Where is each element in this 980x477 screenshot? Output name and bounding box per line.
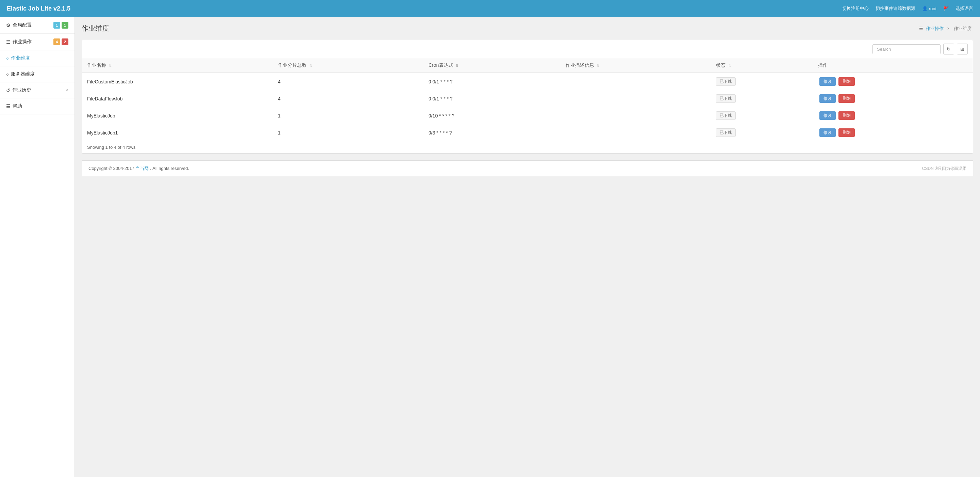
delete-button[interactable]: 删除 [838,94,855,103]
edit-button[interactable]: 修改 [819,111,836,120]
col-cron: Cron表达式 ⇅ [423,58,560,73]
refresh-icon: ↻ [947,46,951,52]
footer-csdn: CSDN ®只因为你而温柔 [922,166,966,172]
col-actions: 操作 [813,58,973,73]
cell-job-name: MyElasticJob1 [82,124,273,141]
circle-icon-2: ○ [6,72,9,77]
search-input[interactable] [872,44,940,54]
sidebar-badges: 4 2 [53,38,68,45]
table-area: ↻ ⊞ 作业名称 ⇅ 作业分片总数 ⇅ [82,40,973,153]
sidebar-item-label: 作业操作 [13,39,32,45]
table-toolbar: ↻ ⊞ [82,40,973,58]
delete-button[interactable]: 删除 [838,111,855,120]
cell-actions: 修改 删除 [813,90,973,107]
table-row: FileDataFlowJob 4 0 0/1 * * * ? 已下线 修改 删… [82,90,973,107]
cell-actions: 修改 删除 [813,73,973,90]
footer-copyright: Copyright © 2004-2017 当当网 . All rights r… [89,166,189,172]
badge-2: 1 [62,22,68,29]
edit-button[interactable]: 修改 [819,94,836,103]
cell-job-name: MyElasticJob [82,107,273,124]
cell-shards: 1 [273,124,423,141]
gear-icon: ⚙ [6,22,11,28]
data-table: 作业名称 ⇅ 作业分片总数 ⇅ Cron表达式 ⇅ 作业描述信息 [82,58,973,141]
table-row: MyElasticJob1 1 0/3 * * * * ? 已下线 修改 删除 [82,124,973,141]
cell-description [560,73,711,90]
status-badge: 已下线 [716,94,736,103]
circle-icon: ○ [6,56,9,61]
sort-icon-3: ⇅ [456,64,458,67]
delete-button[interactable]: 删除 [838,77,855,86]
switch-event-link[interactable]: 切换事件追踪数据源 [875,5,915,11]
cell-actions: 修改 删除 [813,107,973,124]
table-row: FileCustomElasticJob 4 0 0/1 * * * ? 已下线… [82,73,973,90]
sidebar-item-job-history[interactable]: ↺ 作业历史 < [0,82,75,98]
columns-button[interactable]: ⊞ [957,43,968,54]
badge-3: 4 [53,38,60,45]
cell-description [560,107,711,124]
sidebar-badges: 1 1 [53,22,68,29]
cell-actions: 修改 删除 [813,124,973,141]
cell-job-name: FileCustomElasticJob [82,73,273,90]
cell-shards: 4 [273,73,423,90]
language-link[interactable]: 选择语言 [956,5,973,11]
refresh-button[interactable]: ↻ [943,43,954,54]
col-job-name: 作业名称 ⇅ [82,58,273,73]
sort-icon-5: ⇅ [728,64,731,67]
footer-link[interactable]: 当当网 [135,166,149,171]
cell-cron: 0/3 * * * * ? [423,124,560,141]
cell-status: 已下线 [711,90,813,107]
layout: ⚙ 全局配置 1 1 ☰ 作业操作 4 2 ○ 作业维度 ○ 服务器维度 ↺ 作… [0,17,980,477]
sidebar-item-label: 帮助 [13,103,22,109]
cell-status: 已下线 [711,124,813,141]
cell-shards: 1 [273,107,423,124]
table-row-count: Showing 1 to 4 of 4 rows [87,145,135,150]
sort-icon-2: ⇅ [309,64,312,67]
sidebar-item-global-config[interactable]: ⚙ 全局配置 1 1 [0,17,75,34]
switch-registry-link[interactable]: 切换注册中心 [842,5,869,11]
cell-description [560,124,711,141]
edit-button[interactable]: 修改 [819,128,836,137]
cell-description [560,90,711,107]
chevron-left-icon: < [66,88,68,93]
cell-cron: 0 0/1 * * * ? [423,90,560,107]
sidebar-item-help[interactable]: ☰ 帮助 [0,98,75,115]
user-icon: 👤 [922,6,929,11]
sidebar-item-label: 全局配置 [13,22,32,28]
cell-cron: 0 0/1 * * * ? [423,73,560,90]
status-badge: 已下线 [716,111,736,120]
sidebar-item-server-dimension[interactable]: ○ 服务器维度 [0,66,75,82]
cell-job-name: FileDataFlowJob [82,90,273,107]
page-header: 作业维度 ☰ 作业操作 > 作业维度 [82,24,973,33]
table-footer: Showing 1 to 4 of 4 rows [82,141,973,153]
col-description: 作业描述信息 ⇅ [560,58,711,73]
header: Elastic Job Lite v2.1.5 切换注册中心 切换事件追踪数据源… [0,0,980,17]
cell-status: 已下线 [711,107,813,124]
breadcrumb-current: 作业维度 [954,26,972,31]
col-status: 状态 ⇅ [711,58,813,73]
sort-icon-4: ⇅ [597,64,600,67]
sidebar-item-job-dimension[interactable]: ○ 作业维度 [0,50,75,66]
sort-icon: ⇅ [109,64,111,67]
cell-cron: 0/10 * * * * ? [423,107,560,124]
sidebar-item-job-operation[interactable]: ☰ 作业操作 4 2 [0,34,75,50]
flag-icon: 🚩 [943,6,949,11]
badge-4: 2 [62,38,68,45]
main-content: 作业维度 ☰ 作业操作 > 作业维度 ↻ ⊞ [75,17,980,477]
table-row: MyElasticJob 1 0/10 * * * * ? 已下线 修改 删除 [82,107,973,124]
breadcrumb: ☰ 作业操作 > 作业维度 [917,26,973,32]
cell-status: 已下线 [711,73,813,90]
breadcrumb-parent[interactable]: 作业操作 [926,26,943,31]
sidebar-item-label: 作业历史 [12,87,31,93]
edit-button[interactable]: 修改 [819,77,836,86]
sidebar-item-label: 服务器维度 [11,71,35,77]
delete-button[interactable]: 删除 [838,128,855,137]
footer: Copyright © 2004-2017 当当网 . All rights r… [82,160,973,176]
breadcrumb-separator: > [947,26,950,31]
cell-shards: 4 [273,90,423,107]
header-nav: 切换注册中心 切换事件追踪数据源 👤 root 🚩 选择语言 [842,5,973,11]
history-icon: ↺ [6,88,10,93]
sidebar: ⚙ 全局配置 1 1 ☰ 作业操作 4 2 ○ 作业维度 ○ 服务器维度 ↺ 作… [0,17,75,477]
status-badge: 已下线 [716,77,736,86]
user-link[interactable]: 👤 root [922,6,937,11]
col-shards: 作业分片总数 ⇅ [273,58,423,73]
